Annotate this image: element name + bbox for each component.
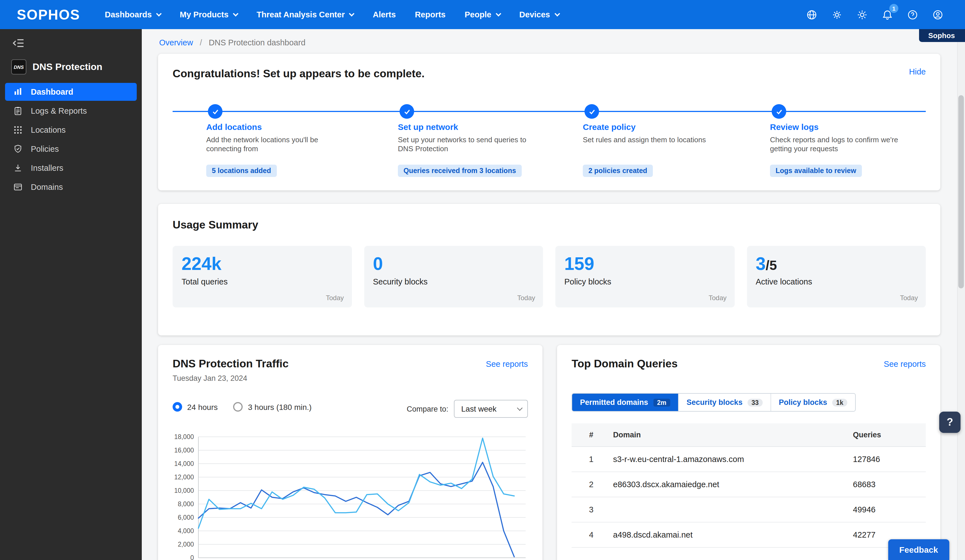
chevron-down-icon bbox=[349, 11, 355, 16]
stat-active-locations: 3/5 Active locations Today bbox=[747, 246, 926, 307]
chevron-down-icon bbox=[233, 11, 239, 16]
page-scrollbar[interactable] bbox=[957, 29, 965, 560]
sidebar-item-label: Dashboard bbox=[31, 87, 74, 96]
top-navigation-bar: SOPHOS Dashboards My Products Threat Ana… bbox=[0, 0, 965, 29]
product-name: DNS Protection bbox=[33, 61, 102, 72]
domain-tabs: Permitted domains 2m Security blocks 33 … bbox=[572, 393, 856, 411]
step-status-badge[interactable]: 2 policies created bbox=[583, 165, 653, 177]
globe-icon[interactable] bbox=[804, 7, 819, 22]
gear-icon[interactable] bbox=[829, 7, 844, 22]
radio-24-hours[interactable]: 24 hours bbox=[173, 402, 218, 411]
breadcrumb-overview-link[interactable]: Overview bbox=[159, 38, 193, 47]
chevron-down-icon bbox=[517, 405, 523, 411]
table-row[interactable]: 2 e86303.dscx.akamaiedge.net 68683 bbox=[572, 472, 926, 497]
help-icon[interactable] bbox=[905, 7, 919, 22]
chevron-down-icon bbox=[554, 11, 560, 16]
sidebar-item-label: Installers bbox=[31, 163, 63, 173]
cell-queries: 127846 bbox=[853, 455, 926, 464]
traffic-date: Tuesday Jan 23, 2024 bbox=[173, 374, 247, 382]
brightness-icon[interactable] bbox=[855, 7, 869, 22]
table-row[interactable]: 3 49946 bbox=[572, 497, 926, 522]
stat-policy-blocks: 159 Policy blocks Today bbox=[555, 246, 734, 307]
svg-text:16,000: 16,000 bbox=[174, 447, 194, 454]
svg-text:6,000: 6,000 bbox=[178, 514, 194, 521]
nav-reports[interactable]: Reports bbox=[415, 10, 446, 19]
stage: SOPHOS Dashboards My Products Threat Ana… bbox=[0, 0, 965, 560]
stat-period: Today bbox=[517, 294, 535, 302]
stat-security-blocks: 0 Security blocks Today bbox=[364, 246, 543, 307]
cell-queries: 68683 bbox=[853, 480, 926, 489]
tab-security-blocks[interactable]: Security blocks 33 bbox=[678, 393, 770, 411]
account-icon[interactable] bbox=[930, 7, 945, 22]
domain-card-icon bbox=[13, 182, 23, 192]
step-status-badge[interactable]: Queries received from 3 locations bbox=[398, 165, 522, 177]
traffic-chart-area: 18,00016,00014,00012,00010,0008,0006,000… bbox=[167, 432, 530, 560]
tab-permitted-domains[interactable]: Permitted domains 2m bbox=[572, 393, 678, 411]
tab-count-badge: 1k bbox=[832, 398, 847, 406]
notification-count-badge: 1 bbox=[889, 4, 898, 13]
nav-devices[interactable]: Devices bbox=[519, 10, 559, 19]
svg-text:18,000: 18,000 bbox=[174, 433, 194, 441]
nav-threat-analysis-center[interactable]: Threat Analysis Center bbox=[257, 10, 354, 19]
nav-alerts[interactable]: Alerts bbox=[373, 10, 396, 19]
radio-3-hours[interactable]: 3 hours (180 min.) bbox=[234, 402, 312, 411]
sidebar-item-locations[interactable]: Locations bbox=[5, 121, 137, 139]
step-title: Set up network bbox=[398, 122, 566, 132]
nav-alerts-label: Alerts bbox=[373, 10, 396, 19]
compare-label: Compare to: bbox=[407, 405, 448, 413]
nav-dashboards[interactable]: Dashboards bbox=[105, 10, 161, 19]
cell-rank: 3 bbox=[572, 505, 611, 514]
step-status-badge[interactable]: Logs available to review bbox=[770, 165, 862, 177]
cell-queries: 49946 bbox=[853, 505, 926, 514]
step-description: Check reports and logs to confirm we're … bbox=[770, 136, 913, 154]
nav-dashboards-label: Dashboards bbox=[105, 10, 152, 19]
step-title: Add locations bbox=[206, 122, 375, 132]
compare-select[interactable]: Last week bbox=[454, 400, 528, 418]
breadcrumb-current: DNS Protection dashboard bbox=[209, 38, 306, 47]
svg-text:10,000: 10,000 bbox=[174, 487, 194, 494]
cell-domain: s3-r-w.eu-central-1.amazonaws.com bbox=[611, 455, 853, 464]
breadcrumb-separator: / bbox=[200, 38, 202, 47]
sidebar-item-installers[interactable]: Installers bbox=[5, 159, 137, 177]
column-header-rank: # bbox=[572, 431, 611, 439]
setup-step-create-policy: Create policy Set rules and assign them … bbox=[583, 122, 751, 145]
sidebar-item-logs-reports[interactable]: Logs & Reports bbox=[5, 102, 137, 120]
step-status-badge[interactable]: 5 locations added bbox=[206, 165, 276, 177]
step-check-icon bbox=[399, 104, 414, 119]
stat-value: 3 bbox=[756, 254, 766, 274]
tab-label: Policy blocks bbox=[779, 398, 828, 407]
scrollbar-thumb[interactable] bbox=[958, 95, 964, 288]
sidebar-collapse-icon[interactable] bbox=[12, 37, 26, 51]
radio-selected-icon bbox=[173, 402, 182, 411]
stat-label: Total queries bbox=[182, 277, 343, 286]
download-icon bbox=[13, 163, 23, 173]
tab-policy-blocks[interactable]: Policy blocks 1k bbox=[770, 393, 855, 411]
sidebar-item-dashboard[interactable]: Dashboard bbox=[5, 83, 137, 101]
traffic-see-reports-link[interactable]: See reports bbox=[486, 359, 528, 369]
sophos-assistant-tab[interactable]: Sophos bbox=[919, 29, 965, 42]
cell-queries: 42277 bbox=[853, 530, 926, 539]
setup-step-set-up-network: Set up network Set up your networks to s… bbox=[398, 122, 566, 154]
domains-see-reports-link[interactable]: See reports bbox=[884, 359, 926, 369]
app-window: SOPHOS Dashboards My Products Threat Ana… bbox=[0, 0, 965, 560]
nav-people[interactable]: People bbox=[465, 10, 500, 19]
stat-value: 0 bbox=[373, 254, 383, 274]
sophos-logo[interactable]: SOPHOS bbox=[17, 7, 80, 23]
svg-text:0: 0 bbox=[190, 554, 194, 560]
cell-rank: 2 bbox=[572, 480, 611, 489]
sidebar-nav: Dashboard Logs & Reports Locations Polic… bbox=[0, 82, 142, 197]
step-title: Create policy bbox=[583, 122, 751, 132]
sidebar-item-policies[interactable]: Policies bbox=[5, 140, 137, 158]
nav-devices-label: Devices bbox=[519, 10, 550, 19]
feedback-button[interactable]: Feedback bbox=[888, 539, 949, 560]
table-row[interactable]: 1 s3-r-w.eu-central-1.amazonaws.com 1278… bbox=[572, 447, 926, 472]
floating-help-button[interactable]: ? bbox=[939, 411, 960, 433]
hide-link[interactable]: Hide bbox=[909, 67, 926, 76]
notifications-bell-icon[interactable]: 1 bbox=[880, 7, 895, 22]
nav-my-products[interactable]: My Products bbox=[180, 10, 237, 19]
sidebar-item-label: Logs & Reports bbox=[31, 106, 87, 115]
cell-rank: 1 bbox=[572, 455, 611, 464]
stat-label: Active locations bbox=[756, 277, 917, 286]
sidebar-item-domains[interactable]: Domains bbox=[5, 178, 137, 196]
table-row[interactable]: 4 a498.dscd.akamai.net 42277 bbox=[572, 522, 926, 548]
